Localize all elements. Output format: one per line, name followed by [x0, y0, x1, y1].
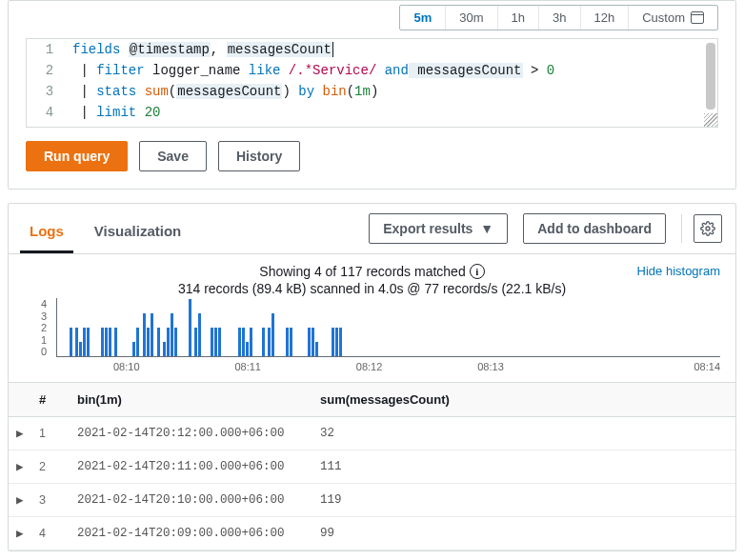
histogram-bar[interactable] — [308, 328, 311, 356]
table-row[interactable]: ▶32021-02-14T20:10:00.000+06:00119 — [9, 484, 735, 517]
cell-sum: 32 — [312, 417, 735, 450]
column-index[interactable]: # — [31, 383, 70, 417]
info-icon[interactable]: i — [470, 264, 485, 279]
resize-handle-icon[interactable] — [704, 113, 717, 127]
line-number: 4 — [27, 102, 72, 123]
cell-sum: 119 — [312, 484, 735, 517]
calendar-icon — [691, 11, 704, 24]
time-range-30m[interactable]: 30m — [446, 6, 497, 30]
expand-row-icon[interactable]: ▶ — [16, 426, 24, 441]
histogram-bar[interactable] — [315, 342, 318, 356]
histogram-bar[interactable] — [312, 328, 314, 356]
histogram-bar[interactable] — [238, 328, 241, 356]
histogram-bar[interactable] — [262, 328, 265, 356]
histogram-bar[interactable] — [151, 313, 153, 356]
histogram-bar[interactable] — [242, 328, 245, 356]
row-index: 2 — [31, 450, 70, 484]
row-index: 3 — [31, 484, 70, 517]
histogram-chart: 0 1 2 3 4 08:10 08:11 08:12 08:13 08:14 — [9, 298, 735, 382]
query-editor[interactable]: 1 fields @timestamp, messagesCount 2 | f… — [26, 38, 718, 128]
histogram-bar[interactable] — [339, 328, 342, 356]
histogram-bar[interactable] — [194, 328, 197, 356]
column-bin[interactable]: bin(1m) — [70, 383, 312, 417]
histogram-bar[interactable] — [114, 328, 117, 356]
histogram-bar[interactable] — [171, 313, 173, 356]
time-range-12h[interactable]: 12h — [581, 6, 630, 30]
tab-logs[interactable]: Logs — [22, 215, 71, 252]
histogram-bar[interactable] — [332, 328, 334, 356]
code-line-1[interactable]: fields @timestamp, messagesCount — [72, 39, 717, 60]
histogram-bar[interactable] — [211, 328, 213, 356]
save-button[interactable]: Save — [139, 141, 207, 171]
history-button[interactable]: History — [218, 141, 300, 171]
scan-stats-text: 314 records (89.4 kB) scanned in 4.0s @ … — [24, 281, 720, 296]
histogram-bar[interactable] — [286, 328, 289, 356]
histogram-bar[interactable] — [218, 328, 221, 356]
histogram-bar[interactable] — [198, 313, 201, 356]
cell-sum: 111 — [312, 450, 735, 484]
histogram-bar[interactable] — [163, 342, 166, 356]
code-line-4[interactable]: | limit 20 — [72, 102, 717, 123]
records-matched-text: Showing 4 of 117 records matched i — [259, 264, 484, 279]
caret-down-icon: ▼ — [480, 221, 493, 236]
table-row[interactable]: ▶22021-02-14T20:11:00.000+06:00111 — [9, 450, 735, 484]
histogram-bar[interactable] — [87, 328, 90, 356]
export-results-button[interactable]: Export results ▼ — [369, 213, 508, 244]
tab-visualization[interactable]: Visualization — [87, 215, 189, 252]
chart-plot-area[interactable] — [56, 298, 720, 357]
histogram-bar[interactable] — [268, 328, 271, 356]
histogram-bar[interactable] — [147, 328, 150, 356]
histogram-bar[interactable] — [174, 328, 177, 356]
cell-bin: 2021-02-14T20:10:00.000+06:00 — [70, 484, 312, 517]
settings-button[interactable] — [694, 214, 722, 243]
histogram-bar[interactable] — [83, 328, 86, 356]
histogram-bar[interactable] — [105, 328, 108, 356]
histogram-bar[interactable] — [157, 328, 160, 356]
expand-row-icon[interactable]: ▶ — [16, 526, 24, 541]
code-line-3[interactable]: | stats sum(messagesCount) by bin(1m) — [72, 81, 717, 102]
hide-histogram-link[interactable]: Hide histogram — [637, 264, 720, 278]
histogram-bar[interactable] — [290, 328, 292, 356]
run-query-button[interactable]: Run query — [26, 141, 128, 171]
results-panel: Logs Visualization Export results ▼ Add … — [8, 203, 736, 551]
table-row[interactable]: ▶42021-02-14T20:09:00.000+06:0099 — [9, 517, 735, 550]
code-line-2[interactable]: | filter logger_name like /.*Service/ an… — [72, 60, 717, 81]
histogram-bar[interactable] — [132, 342, 135, 356]
time-range-1h[interactable]: 1h — [498, 6, 539, 30]
query-panel: 5m 30m 1h 3h 12h Custom 1 fields @timest… — [8, 0, 736, 190]
time-range-custom[interactable]: Custom — [629, 6, 717, 30]
time-range-selector: 5m 30m 1h 3h 12h Custom — [26, 1, 718, 38]
histogram-bar[interactable] — [214, 328, 217, 356]
histogram-bar[interactable] — [271, 313, 274, 356]
histogram-bar[interactable] — [70, 328, 72, 356]
histogram-bar[interactable] — [189, 299, 191, 356]
time-range-3h[interactable]: 3h — [539, 6, 580, 30]
expand-row-icon[interactable]: ▶ — [16, 492, 24, 508]
line-number: 1 — [27, 39, 72, 60]
column-sum[interactable]: sum(messagesCount) — [312, 383, 735, 417]
histogram-bar[interactable] — [79, 342, 82, 356]
row-index: 1 — [31, 417, 70, 450]
histogram-bar[interactable] — [75, 328, 78, 356]
histogram-bar[interactable] — [250, 328, 252, 356]
histogram-bar[interactable] — [143, 313, 146, 356]
expand-row-icon[interactable]: ▶ — [16, 459, 24, 474]
cell-bin: 2021-02-14T20:09:00.000+06:00 — [70, 517, 312, 550]
histogram-bar[interactable] — [136, 328, 139, 356]
line-number: 2 — [27, 60, 72, 81]
histogram-bar[interactable] — [167, 328, 170, 356]
row-index: 4 — [31, 517, 70, 550]
editor-scrollbar[interactable] — [706, 43, 715, 110]
histogram-bar[interactable] — [101, 328, 104, 356]
histogram-bar[interactable] — [335, 328, 338, 356]
histogram-bar[interactable] — [109, 328, 111, 356]
histogram-bar[interactable] — [246, 342, 249, 356]
cell-sum: 99 — [312, 517, 735, 550]
column-expand — [9, 383, 31, 417]
table-row[interactable]: ▶12021-02-14T20:12:00.000+06:0032 — [9, 417, 735, 450]
add-to-dashboard-button[interactable]: Add to dashboard — [523, 213, 666, 244]
svg-point-0 — [706, 227, 710, 230]
time-range-5m[interactable]: 5m — [400, 6, 446, 30]
gear-icon — [700, 221, 715, 236]
cell-bin: 2021-02-14T20:12:00.000+06:00 — [70, 417, 312, 450]
